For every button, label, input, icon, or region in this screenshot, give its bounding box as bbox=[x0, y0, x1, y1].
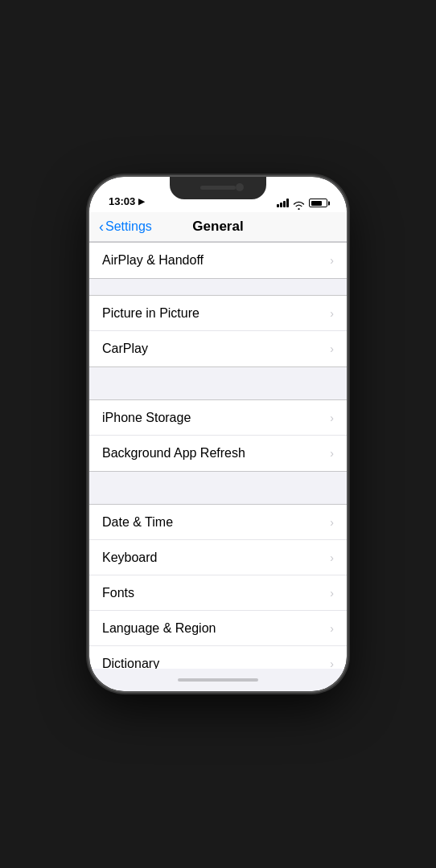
time-label: 13:03 bbox=[109, 195, 135, 207]
row-right: › bbox=[330, 411, 334, 424]
separator bbox=[89, 488, 347, 504]
chevron-right-icon: › bbox=[330, 254, 334, 267]
nav-bar: ‹ Settings General bbox=[89, 212, 347, 242]
separator bbox=[89, 383, 347, 399]
notch bbox=[170, 177, 266, 199]
row-right: › bbox=[330, 551, 334, 564]
row-right: › bbox=[330, 342, 334, 355]
row-label: Fonts bbox=[102, 586, 134, 600]
list-item[interactable]: AirPlay & Handoff › bbox=[89, 243, 347, 278]
row-label: CarPlay bbox=[102, 342, 148, 356]
list-item[interactable]: Keyboard › bbox=[89, 540, 347, 575]
section-group1: Picture in Picture › CarPlay › bbox=[89, 295, 347, 367]
list-item[interactable]: CarPlay › bbox=[89, 331, 347, 366]
list-item[interactable]: Date & Time › bbox=[89, 505, 347, 540]
row-label: AirPlay & Handoff bbox=[102, 253, 204, 268]
row-right: › bbox=[330, 447, 334, 460]
iphone-storage-label: iPhone Storage bbox=[102, 411, 191, 425]
battery-icon bbox=[309, 199, 327, 207]
back-chevron-icon: ‹ bbox=[99, 219, 104, 234]
list-item[interactable]: Language & Region › bbox=[89, 611, 347, 646]
list-item[interactable]: Picture in Picture › bbox=[89, 296, 347, 331]
list-item[interactable]: iPhone Storage › bbox=[89, 400, 347, 436]
phone-shell: 13:03 ▶ bbox=[89, 177, 347, 691]
chevron-right-icon: › bbox=[330, 411, 334, 424]
notch-camera bbox=[236, 183, 244, 191]
row-label: Background App Refresh bbox=[102, 446, 245, 461]
row-right: › bbox=[330, 254, 334, 267]
wifi-icon bbox=[293, 199, 305, 207]
status-bar: 13:03 ▶ bbox=[89, 177, 347, 212]
section-group3: Date & Time › Keyboard › Fonts › bbox=[89, 504, 347, 669]
row-label: Dictionary bbox=[102, 657, 159, 669]
location-arrow-icon: ▶ bbox=[138, 197, 145, 206]
list-item[interactable]: Background App Refresh › bbox=[89, 436, 347, 471]
row-label: Language & Region bbox=[102, 621, 216, 636]
back-button[interactable]: ‹ Settings bbox=[99, 219, 152, 234]
chevron-right-icon: › bbox=[330, 516, 334, 529]
row-right: › bbox=[330, 307, 334, 320]
chevron-right-icon: › bbox=[330, 657, 334, 669]
chevron-right-icon: › bbox=[330, 447, 334, 460]
row-label: Picture in Picture bbox=[102, 306, 199, 321]
chevron-right-icon: › bbox=[330, 551, 334, 564]
row-right: › bbox=[330, 516, 334, 529]
list-item[interactable]: Dictionary › bbox=[89, 646, 347, 669]
notch-speaker bbox=[200, 186, 236, 190]
status-time: 13:03 ▶ bbox=[109, 195, 145, 207]
home-indicator bbox=[89, 669, 347, 691]
battery-fill bbox=[311, 201, 323, 206]
section-airplay: AirPlay & Handoff › bbox=[89, 242, 347, 279]
chevron-right-icon: › bbox=[330, 307, 334, 320]
screen: 13:03 ▶ bbox=[89, 177, 347, 691]
content-scroll[interactable]: AirPlay & Handoff › Picture in Picture ›… bbox=[89, 242, 347, 669]
chevron-right-icon: › bbox=[330, 622, 334, 635]
list-item[interactable]: Fonts › bbox=[89, 575, 347, 611]
row-right: › bbox=[330, 622, 334, 635]
nav-title: General bbox=[192, 219, 243, 235]
back-label: Settings bbox=[105, 219, 152, 234]
separator bbox=[89, 279, 347, 295]
chevron-right-icon: › bbox=[330, 587, 334, 600]
chevron-right-icon: › bbox=[330, 342, 334, 355]
row-right: › bbox=[330, 587, 334, 600]
row-right: › bbox=[330, 657, 334, 669]
status-icons bbox=[277, 199, 327, 207]
signal-bars-icon bbox=[277, 199, 289, 207]
row-label: Date & Time bbox=[102, 515, 173, 530]
row-label: Keyboard bbox=[102, 551, 158, 565]
home-bar bbox=[178, 678, 258, 682]
section-group2: iPhone Storage › Background App Refresh … bbox=[89, 399, 347, 472]
